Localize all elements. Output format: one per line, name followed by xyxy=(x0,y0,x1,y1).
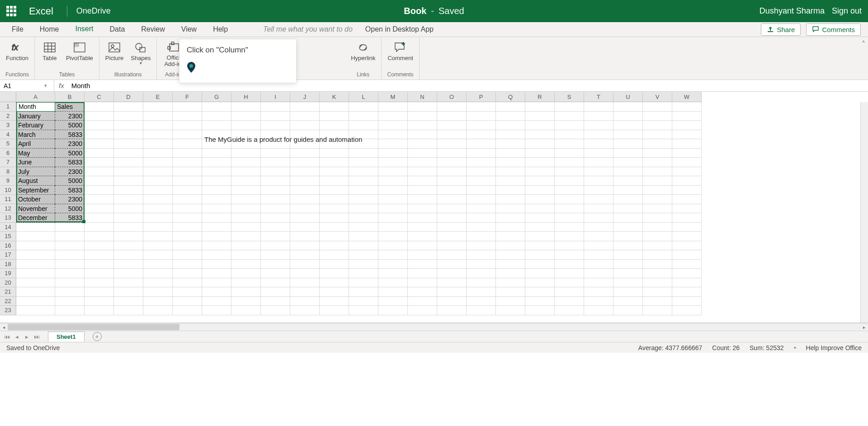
cell[interactable] xyxy=(231,158,261,167)
cell[interactable] xyxy=(525,250,555,260)
cell[interactable] xyxy=(437,297,467,306)
cell[interactable] xyxy=(672,250,702,260)
cell[interactable] xyxy=(261,112,290,121)
cell[interactable] xyxy=(202,176,231,186)
cell[interactable] xyxy=(320,102,349,112)
cell[interactable] xyxy=(584,121,613,130)
cell[interactable] xyxy=(525,213,555,223)
cell[interactable] xyxy=(613,176,643,186)
column-header[interactable]: R xyxy=(525,92,555,102)
cell[interactable] xyxy=(378,306,408,315)
cell[interactable] xyxy=(261,195,290,204)
column-header[interactable]: J xyxy=(290,92,320,102)
cell[interactable] xyxy=(467,121,496,130)
cell[interactable] xyxy=(496,158,525,167)
cell[interactable] xyxy=(467,139,496,149)
cell[interactable] xyxy=(555,176,584,186)
cell[interactable] xyxy=(408,269,437,278)
cell[interactable] xyxy=(261,186,290,195)
column-headers[interactable]: ABCDEFGHIJKLMNOPQRSTUVW xyxy=(16,92,702,102)
cell[interactable] xyxy=(613,260,643,269)
cell[interactable] xyxy=(202,112,231,121)
cell[interactable] xyxy=(55,260,85,269)
cell[interactable] xyxy=(320,213,349,223)
cell[interactable] xyxy=(143,297,173,306)
cell[interactable] xyxy=(114,269,143,278)
cell[interactable] xyxy=(85,241,114,251)
cell[interactable] xyxy=(290,186,320,195)
cell[interactable] xyxy=(437,167,467,177)
cell[interactable] xyxy=(202,278,231,288)
cell[interactable] xyxy=(437,149,467,158)
cell[interactable] xyxy=(320,287,349,297)
cell[interactable] xyxy=(555,250,584,260)
cell[interactable] xyxy=(143,250,173,260)
row-header[interactable]: 17 xyxy=(0,250,16,260)
cell[interactable] xyxy=(437,121,467,130)
cell[interactable] xyxy=(261,241,290,251)
cell[interactable] xyxy=(143,287,173,297)
cell[interactable] xyxy=(555,149,584,158)
cell[interactable] xyxy=(114,287,143,297)
cell[interactable] xyxy=(408,223,437,232)
cell[interactable]: 5833 xyxy=(55,213,85,223)
cell[interactable] xyxy=(143,204,173,214)
cell[interactable] xyxy=(173,149,202,158)
cell[interactable] xyxy=(261,204,290,214)
cell[interactable] xyxy=(143,130,173,140)
cell[interactable] xyxy=(525,287,555,297)
cell[interactable] xyxy=(496,176,525,186)
cell[interactable] xyxy=(467,176,496,186)
cell[interactable] xyxy=(378,158,408,167)
column-header[interactable]: G xyxy=(202,92,231,102)
row-header[interactable]: 21 xyxy=(0,287,16,297)
cell[interactable] xyxy=(643,278,672,288)
cell[interactable] xyxy=(408,112,437,121)
cell[interactable] xyxy=(290,204,320,214)
tab-file[interactable]: File xyxy=(4,23,32,36)
cell[interactable] xyxy=(114,139,143,149)
cell[interactable] xyxy=(85,149,114,158)
cell[interactable] xyxy=(408,158,437,167)
fx-icon[interactable]: fx xyxy=(54,82,69,89)
cell[interactable] xyxy=(613,149,643,158)
cell[interactable] xyxy=(261,149,290,158)
cell[interactable] xyxy=(378,241,408,251)
cell[interactable] xyxy=(467,149,496,158)
cell[interactable] xyxy=(261,223,290,232)
cell[interactable] xyxy=(643,297,672,306)
cell[interactable] xyxy=(643,121,672,130)
cell[interactable] xyxy=(55,287,85,297)
cell[interactable] xyxy=(643,112,672,121)
cell[interactable] xyxy=(349,186,378,195)
cell[interactable]: September xyxy=(16,186,55,195)
cell[interactable] xyxy=(467,260,496,269)
cell[interactable] xyxy=(643,186,672,195)
sheet-nav-last-icon[interactable]: ⏭ xyxy=(32,333,42,340)
tab-review[interactable]: Review xyxy=(133,23,173,36)
cell[interactable] xyxy=(231,204,261,214)
cell[interactable] xyxy=(555,232,584,241)
cell[interactable] xyxy=(643,139,672,149)
cell[interactable]: Sales xyxy=(55,102,85,112)
row-header[interactable]: 3 xyxy=(0,121,16,130)
cell[interactable] xyxy=(408,102,437,112)
row-header[interactable]: 5 xyxy=(0,139,16,149)
cell[interactable] xyxy=(525,149,555,158)
cell[interactable] xyxy=(231,195,261,204)
cell[interactable] xyxy=(672,158,702,167)
cell[interactable] xyxy=(290,167,320,177)
cell[interactable]: 5000 xyxy=(55,149,85,158)
cell[interactable] xyxy=(584,297,613,306)
cell[interactable] xyxy=(261,102,290,112)
cell[interactable] xyxy=(496,130,525,140)
cell[interactable] xyxy=(378,297,408,306)
cell[interactable] xyxy=(173,213,202,223)
cell[interactable] xyxy=(584,112,613,121)
column-header[interactable]: A xyxy=(16,92,55,102)
cell[interactable] xyxy=(525,204,555,214)
cell[interactable] xyxy=(555,260,584,269)
cell[interactable] xyxy=(467,167,496,177)
cell[interactable] xyxy=(584,167,613,177)
cell[interactable] xyxy=(320,260,349,269)
